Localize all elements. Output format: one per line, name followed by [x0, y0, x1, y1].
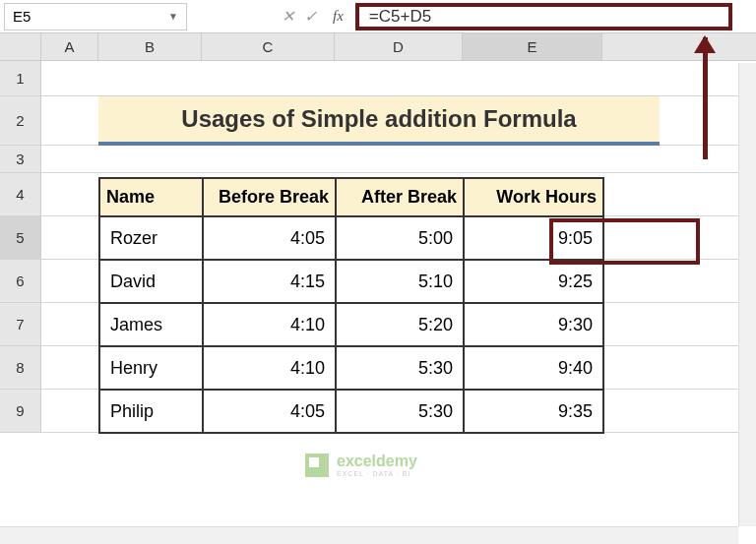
- row-header-3[interactable]: 3: [0, 146, 41, 172]
- col-header-D[interactable]: D: [335, 33, 463, 60]
- enter-icon[interactable]: ✓: [304, 7, 317, 26]
- cancel-icon[interactable]: ✕: [282, 7, 294, 26]
- cell-work[interactable]: 9:40: [464, 346, 603, 390]
- cell-after[interactable]: 5:30: [336, 346, 464, 390]
- th-after[interactable]: After Break: [336, 178, 464, 216]
- watermark-logo-icon: [305, 453, 329, 477]
- watermark: exceldemy EXCEL · DATA · BI: [305, 453, 417, 477]
- watermark-brand: exceldemy: [337, 453, 417, 470]
- data-table: Name Before Break After Break Work Hours…: [98, 177, 604, 434]
- cell-work[interactable]: 9:05: [464, 216, 603, 260]
- cell-name[interactable]: Philip: [99, 390, 203, 433]
- cell-before[interactable]: 4:05: [203, 216, 336, 260]
- table-header-row: Name Before Break After Break Work Hours: [99, 178, 603, 216]
- select-all-corner[interactable]: [0, 33, 41, 60]
- row-header-1[interactable]: 1: [0, 61, 41, 95]
- row-header-5[interactable]: 5: [0, 216, 41, 259]
- column-headers: A B C D E: [0, 33, 756, 61]
- cell-work[interactable]: 9:35: [464, 390, 603, 433]
- annotation-arrow-line: [703, 37, 708, 159]
- cell-work[interactable]: 9:30: [464, 303, 603, 346]
- table-row: David 4:15 5:10 9:25: [99, 260, 603, 303]
- formula-text: =C5+D5: [369, 7, 431, 26]
- fx-icon[interactable]: fx: [333, 8, 344, 25]
- vertical-scrollbar[interactable]: [738, 63, 756, 526]
- cell-name[interactable]: Rozer: [99, 216, 203, 260]
- row-header-6[interactable]: 6: [0, 260, 41, 302]
- col-header-E[interactable]: E: [463, 33, 602, 60]
- row-header-9[interactable]: 9: [0, 390, 41, 432]
- cell-after[interactable]: 5:10: [336, 260, 464, 303]
- col-header-C[interactable]: C: [202, 33, 335, 60]
- cell-name[interactable]: David: [99, 260, 203, 303]
- cell-after[interactable]: 5:30: [336, 390, 464, 433]
- name-box[interactable]: E5 ▼: [4, 3, 187, 30]
- row-header-7[interactable]: 7: [0, 303, 41, 345]
- cell-after[interactable]: 5:20: [336, 303, 464, 346]
- watermark-sub: EXCEL · DATA · BI: [337, 470, 417, 477]
- rows-area: 1 2 3 4 5 6 7 8 9 Usages of Simple addit…: [0, 61, 756, 433]
- cell-name[interactable]: Henry: [99, 346, 203, 390]
- row-header-4[interactable]: 4: [0, 173, 41, 215]
- row-header-8[interactable]: 8: [0, 346, 41, 389]
- col-header-B[interactable]: B: [98, 33, 202, 60]
- chevron-down-icon[interactable]: ▼: [168, 11, 178, 22]
- cell-after[interactable]: 5:00: [336, 216, 464, 260]
- cell-name[interactable]: James: [99, 303, 203, 346]
- horizontal-scrollbar[interactable]: [0, 526, 738, 544]
- cell-work[interactable]: 9:25: [464, 260, 603, 303]
- annotation-arrow-head-icon: [694, 35, 716, 53]
- formula-buttons: ✕ ✓ fx: [282, 7, 344, 26]
- formula-bar-row: E5 ▼ ✕ ✓ fx =C5+D5: [0, 0, 756, 33]
- col-header-A[interactable]: A: [41, 33, 98, 60]
- table-row: Philip 4:05 5:30 9:35: [99, 390, 603, 433]
- cell-before[interactable]: 4:15: [203, 260, 336, 303]
- cell-before[interactable]: 4:10: [203, 303, 336, 346]
- row-header-2[interactable]: 2: [0, 96, 41, 145]
- th-work[interactable]: Work Hours: [464, 178, 603, 216]
- sheet-title[interactable]: Usages of Simple addition Formula: [98, 96, 660, 146]
- table-row: Henry 4:10 5:30 9:40: [99, 346, 603, 390]
- table-row: James 4:10 5:20 9:30: [99, 303, 603, 346]
- table-row: Rozer 4:05 5:00 9:05: [99, 216, 603, 260]
- name-box-value: E5: [13, 8, 31, 25]
- spreadsheet-grid: A B C D E 1 2 3 4 5 6 7 8 9 Usages of Si…: [0, 33, 756, 433]
- th-before[interactable]: Before Break: [203, 178, 336, 216]
- formula-input[interactable]: =C5+D5: [355, 3, 732, 30]
- cell-before[interactable]: 4:05: [203, 390, 336, 433]
- cell-before[interactable]: 4:10: [203, 346, 336, 390]
- th-name[interactable]: Name: [99, 178, 203, 216]
